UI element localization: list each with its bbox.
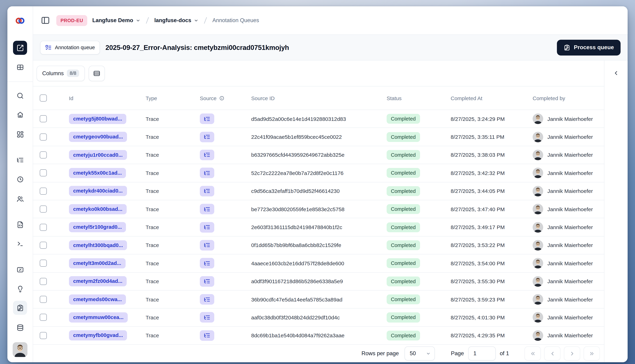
table-row[interactable]: cmetyl5r100grad0... Trace 2e603f31361115…: [33, 218, 604, 236]
trace-source-icon[interactable]: [200, 222, 214, 232]
sidebar-item-clipboard-pen[interactable]: [13, 301, 27, 315]
trace-source-icon[interactable]: [200, 168, 214, 178]
item-id-link[interactable]: cmetymeds00cwa...: [69, 294, 126, 304]
sidebar-item-database[interactable]: [13, 320, 27, 334]
previous-page-button[interactable]: [544, 346, 560, 360]
sidebar-item-clock[interactable]: [13, 172, 27, 186]
first-page-button[interactable]: [525, 346, 541, 360]
row-checkbox[interactable]: [40, 296, 47, 303]
row-checkbox[interactable]: [40, 152, 47, 158]
row-checkbox[interactable]: [40, 332, 47, 339]
trace-source-icon[interactable]: [200, 294, 214, 304]
table-row[interactable]: cmetym2fz00d4ad... Trace a0df3f901167218…: [33, 272, 604, 290]
row-checkbox[interactable]: [40, 260, 47, 267]
item-type: Trace: [146, 134, 159, 140]
item-id-link[interactable]: cmetymyfb00gvad...: [69, 330, 127, 341]
sidebar-item-lightbulb[interactable]: [13, 282, 27, 296]
sidebar-item-users[interactable]: [13, 192, 27, 206]
column-header-completed-by[interactable]: Completed by: [533, 95, 604, 101]
sidebar-item-list-tree[interactable]: [13, 153, 27, 167]
row-checkbox[interactable]: [40, 224, 47, 231]
status-badge: Completed: [387, 276, 420, 286]
table-row[interactable]: cmetylt3m00d2ad... Trace 4aaece1603cb2e1…: [33, 254, 604, 272]
column-header-source[interactable]: Source: [200, 95, 251, 101]
trace-source-icon[interactable]: [200, 258, 214, 268]
info-icon[interactable]: [219, 96, 224, 101]
trace-source-icon[interactable]: [200, 204, 214, 214]
column-header-type[interactable]: Type: [146, 95, 200, 101]
item-id-link[interactable]: cmetymmuw00cea...: [69, 312, 128, 322]
completed-by-name: Jannik Maierhoefer: [547, 224, 593, 230]
column-header-status[interactable]: Status: [387, 95, 451, 101]
sidebar-item-search[interactable]: [13, 88, 27, 102]
completed-at: 8/27/2025, 4:29:35 PM: [451, 332, 505, 338]
row-checkbox[interactable]: [40, 133, 47, 140]
trace-source-icon[interactable]: [200, 312, 214, 323]
table-row[interactable]: cmetymmuw00cea... Trace aaf0c38db0f3f204…: [33, 309, 604, 327]
table-row[interactable]: cmetylht300bqad0... Trace 0f1dd65b7bb9bf…: [33, 236, 604, 254]
row-height-button[interactable]: [89, 66, 105, 81]
last-page-button[interactable]: [584, 346, 600, 360]
table-row[interactable]: cmetykdr400ciad0... Trace c9d56ca32efaff…: [33, 182, 604, 200]
item-id-link[interactable]: cmetykdr400ciad0...: [69, 186, 127, 196]
item-id-link[interactable]: cmetyju1r00ccad0...: [69, 150, 127, 160]
rows-per-page-select[interactable]: 50: [404, 346, 435, 360]
row-checkbox[interactable]: [40, 314, 47, 321]
user-avatar[interactable]: [13, 342, 28, 357]
table-row[interactable]: cmetymeds00cwa... Trace 36b90cdfc47e5da1…: [33, 290, 604, 309]
item-id-link[interactable]: cmetygeov00buad...: [69, 132, 127, 142]
sidebar-item-file-code[interactable]: [13, 218, 27, 232]
item-id-link[interactable]: cmetyg5j800bwad...: [69, 114, 126, 124]
item-id-link[interactable]: cmetylt3m00d2ad...: [69, 258, 125, 268]
row-checkbox[interactable]: [40, 115, 47, 122]
next-page-button[interactable]: [564, 346, 580, 360]
table-toolbar: Columns 8/8: [33, 60, 604, 86]
trace-source-icon[interactable]: [200, 240, 214, 250]
main-content: PROD-EU Langfuse Demo langfuse-docs Anno…: [33, 6, 627, 362]
item-type: Trace: [146, 296, 159, 302]
expand-panel-button[interactable]: [610, 68, 622, 79]
item-id-link[interactable]: cmetylht300bqad0...: [69, 240, 127, 250]
row-checkbox[interactable]: [40, 242, 47, 249]
row-checkbox[interactable]: [40, 206, 47, 212]
table-row[interactable]: cmetygeov00buad... Trace 22c41f09acae5b1…: [33, 128, 604, 146]
breadcrumb-organization[interactable]: Langfuse Demo: [92, 17, 140, 24]
trace-source-icon[interactable]: [200, 276, 214, 286]
sidebar-item-terminal[interactable]: [13, 236, 27, 250]
table-row[interactable]: cmetymyfb00gvad... Trace 8dc69b1ba1e540b…: [33, 326, 604, 345]
select-all-checkbox[interactable]: [40, 94, 47, 102]
row-checkbox[interactable]: [40, 170, 47, 176]
column-header-source-id[interactable]: Source ID: [251, 95, 387, 101]
table-row[interactable]: cmetyg5j800bwad... Trace d5ad9d52a00c6e1…: [33, 110, 604, 128]
trace-source-icon[interactable]: [200, 150, 214, 160]
sidebar-item-blocks[interactable]: [13, 127, 27, 141]
trace-source-icon[interactable]: [200, 132, 214, 142]
sidebar-item-external-link[interactable]: [13, 41, 27, 55]
status-badge: Completed: [387, 204, 420, 214]
trace-source-icon[interactable]: [200, 186, 214, 196]
clock-icon: [16, 176, 24, 183]
column-header-completed-at[interactable]: Completed At: [451, 95, 533, 101]
item-id-link[interactable]: cmetyko0k00bsad...: [69, 204, 127, 214]
file-code-icon: [16, 221, 24, 228]
table-row[interactable]: cmetyju1r00ccad0... Trace b63297665cfd44…: [33, 146, 604, 164]
table-row[interactable]: cmetyk55x00c1ad... Trace 52c72c2222ea78e…: [33, 164, 604, 182]
item-id-link[interactable]: cmetyk55x00c1ad...: [69, 168, 126, 178]
table-row[interactable]: cmetyko0k00bsad... Trace be7723e30d80205…: [33, 200, 604, 218]
trace-source-icon[interactable]: [200, 330, 214, 341]
item-id-link[interactable]: cmetym2fz00d4ad...: [69, 276, 127, 286]
row-checkbox[interactable]: [40, 188, 47, 195]
columns-button[interactable]: Columns 8/8: [37, 66, 85, 81]
trace-source-icon[interactable]: [200, 114, 214, 124]
process-queue-button[interactable]: Process queue: [557, 40, 620, 55]
status-badge: Completed: [387, 186, 420, 196]
column-header-id[interactable]: Id: [69, 95, 146, 101]
item-id-link[interactable]: cmetyl5r100grad0...: [69, 222, 126, 232]
breadcrumb-project[interactable]: langfuse-docs: [154, 17, 198, 24]
sidebar-item-grid-2x2[interactable]: [13, 60, 27, 74]
row-checkbox[interactable]: [40, 278, 47, 285]
sidebar-item-percent-card[interactable]: [13, 262, 27, 276]
page-number-input[interactable]: 1: [468, 346, 496, 360]
sidebar-item-house[interactable]: [13, 108, 27, 122]
sidebar-toggle-button[interactable]: [41, 16, 50, 25]
